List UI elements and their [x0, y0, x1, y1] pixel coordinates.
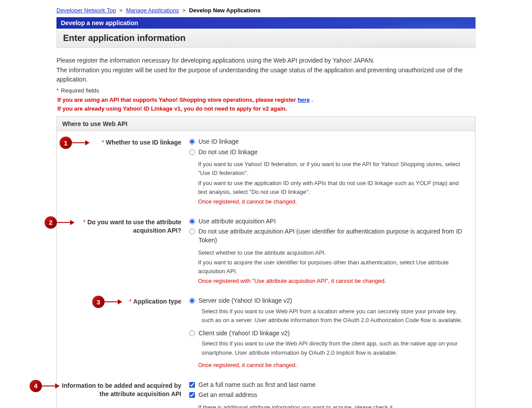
radio-server-side-input[interactable]	[189, 298, 195, 304]
radio-use-id-linkage-label: Use ID linkage	[199, 137, 239, 146]
label-attribute-info: Information to be added and acquired by …	[62, 382, 181, 398]
form-section-title: Where to use Web API	[57, 117, 475, 131]
page-title: Enter application information	[56, 29, 476, 48]
warn-app-type: Once registered, it cannot be changed.	[198, 362, 463, 368]
shopping-api-notice: If you are using an API that supports Ya…	[56, 96, 476, 103]
radio-use-attr-api-input[interactable]	[189, 219, 195, 224]
radio-client-side-input[interactable]	[189, 330, 195, 336]
warn-id-linkage: Once registered, it cannot be changed.	[198, 198, 463, 205]
radio-client-side-label: Client side (Yahoo! ID linkage v2)	[199, 329, 290, 338]
breadcrumb-current: Develop New Applications	[189, 7, 261, 14]
breadcrumb-sep: >	[120, 7, 123, 14]
callout-marker-2: 2	[45, 216, 57, 229]
radio-no-attr-api-label: Do not use attribute acquisition API (us…	[199, 227, 463, 245]
breadcrumb-manage-apps[interactable]: Manage Applications	[126, 7, 179, 14]
breadcrumb-dev-network[interactable]: Developer Network Top	[56, 7, 116, 14]
required-fields-note: *Required fields	[56, 87, 476, 94]
radio-server-side[interactable]: Server side (Yahoo! ID linkage v2)	[189, 297, 463, 305]
help-server-side: Select this if you want to use Web API f…	[202, 307, 463, 325]
radio-use-attr-api[interactable]: Use attribute acquisition API	[189, 217, 463, 226]
radio-no-id-linkage-input[interactable]	[189, 149, 195, 155]
intro-line-1: Please register the information necessar…	[56, 56, 476, 66]
radio-no-id-linkage-label: Do not use ID linkage	[199, 148, 258, 157]
row-id-linkage: 1 *Whether to use ID linkage Use ID link…	[57, 131, 475, 211]
check-email[interactable]: Get an email address	[189, 391, 463, 400]
required-star-icon: *	[56, 87, 59, 94]
required-star-icon: *	[129, 298, 131, 305]
warn-attr-api: Once registered with "Use attribute acqu…	[198, 278, 463, 284]
label-attribute-api: Do you want to use the attribute acquisi…	[87, 219, 181, 234]
help-attr-info-1: If there is additional attribute informa…	[198, 403, 463, 408]
form-section: Where to use Web API 1 *Whether to use I…	[56, 116, 476, 408]
register-here-link[interactable]: here	[298, 96, 310, 103]
breadcrumb-sep: >	[182, 7, 186, 14]
radio-client-side[interactable]: Client side (Yahoo! ID linkage v2)	[189, 329, 463, 338]
row-app-type: 3 *Application type Server side (Yahoo! …	[57, 290, 475, 375]
row-attribute-api: 2 *Do you want to use the attribute acqu…	[57, 211, 475, 290]
radio-use-id-linkage[interactable]: Use ID linkage	[189, 137, 463, 146]
check-email-input[interactable]	[189, 392, 195, 398]
callout-marker-1: 1	[60, 137, 72, 149]
row-attribute-info: 4 Information to be added and acquired b…	[57, 375, 475, 408]
radio-use-attr-api-label: Use attribute acquisition API	[199, 217, 276, 226]
radio-server-side-label: Server side (Yahoo! ID linkage v2)	[199, 297, 292, 305]
intro-line-2: The information you register will be use…	[56, 66, 476, 85]
check-full-name[interactable]: Get a full name such as first and last n…	[189, 381, 463, 389]
radio-no-attr-api-input[interactable]	[189, 229, 195, 234]
required-star-icon: *	[83, 219, 85, 226]
banner-title: Develop a new application	[56, 17, 476, 29]
required-fields-label: Required fields	[61, 87, 99, 94]
label-app-type: Application type	[133, 298, 181, 305]
breadcrumb: Developer Network Top > Manage Applicati…	[56, 4, 476, 17]
radio-no-attr-api[interactable]: Do not use attribute acquisition API (us…	[189, 227, 463, 245]
help-id-linkage-1: If you want to use Yahoo! ID federation,…	[198, 160, 463, 178]
check-full-name-input[interactable]	[189, 382, 195, 388]
check-email-label: Get an email address	[199, 391, 257, 400]
help-attr-api-2: If you want to acquire the user identifi…	[198, 258, 463, 276]
callout-marker-4: 4	[30, 380, 42, 392]
intro-text: Please register the information necessar…	[56, 56, 476, 85]
notice-text-a: If you are using an API that supports Ya…	[57, 96, 298, 103]
id-linkage-v1-notice: If you are already using Yahoo! ID Linka…	[56, 105, 476, 112]
callout-marker-3: 3	[92, 296, 105, 308]
required-star-icon: *	[101, 139, 104, 146]
radio-use-id-linkage-input[interactable]	[189, 139, 195, 145]
label-id-linkage: Whether to use ID linkage	[106, 139, 181, 146]
radio-no-id-linkage[interactable]: Do not use ID linkage	[189, 148, 463, 157]
help-attr-api-1: Select whether to use the attribute acqu…	[198, 249, 463, 257]
check-full-name-label: Get a full name such as first and last n…	[199, 381, 315, 389]
notice-text-b: .	[310, 96, 313, 103]
help-client-side: Select this if you want to use the Web A…	[202, 339, 463, 357]
help-id-linkage-2: If you want to use the application ID on…	[198, 179, 463, 197]
